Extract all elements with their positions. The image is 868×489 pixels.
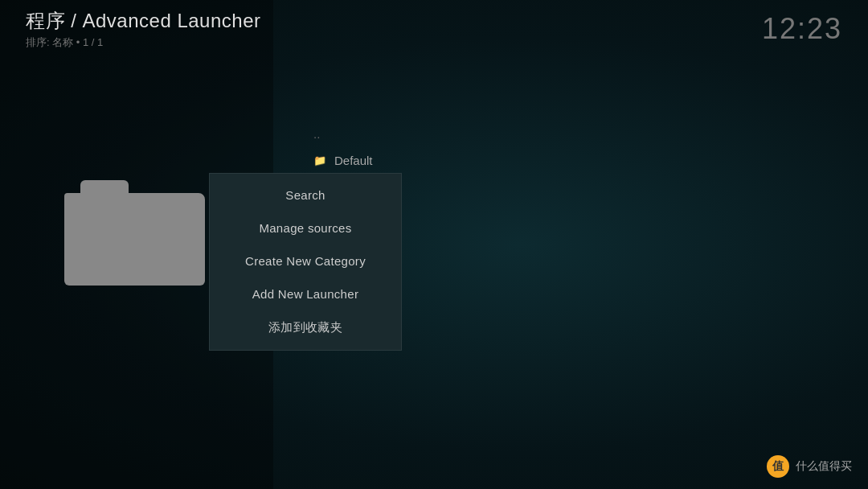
folder-small-icon: 📁 [313,154,326,166]
page-subtitle: 排序: 名称 • 1 / 1 [26,35,261,50]
item-list: .. 📁 Default [305,122,836,172]
context-menu-item-4[interactable]: 添加到收藏夹 [210,310,401,345]
clock-display: 12:23 [762,12,842,46]
default-item-label: Default [334,154,373,167]
header-left: 程序 / Advanced Launcher 排序: 名称 • 1 / 1 [26,8,261,50]
watermark-text: 什么值得买 [796,459,852,474]
context-menu-item-0[interactable]: Search [210,179,401,212]
folder-body [64,193,205,286]
parent-dir-item[interactable]: .. [305,122,836,146]
list-item[interactable]: 📁 Default [305,149,836,172]
page-title: 程序 / Advanced Launcher [26,8,261,34]
context-menu-item-2[interactable]: Create New Category [210,244,401,277]
watermark: 值 什么值得买 [767,455,852,478]
watermark-badge: 值 [767,455,789,478]
context-menu-item-3[interactable]: Add New Launcher [210,277,401,310]
header: 程序 / Advanced Launcher 排序: 名称 • 1 / 1 12… [0,0,868,58]
context-menu-item-1[interactable]: Manage sources [210,212,401,244]
folder-icon [64,172,209,293]
context-menu: SearchManage sourcesCreate New CategoryA… [209,173,402,351]
